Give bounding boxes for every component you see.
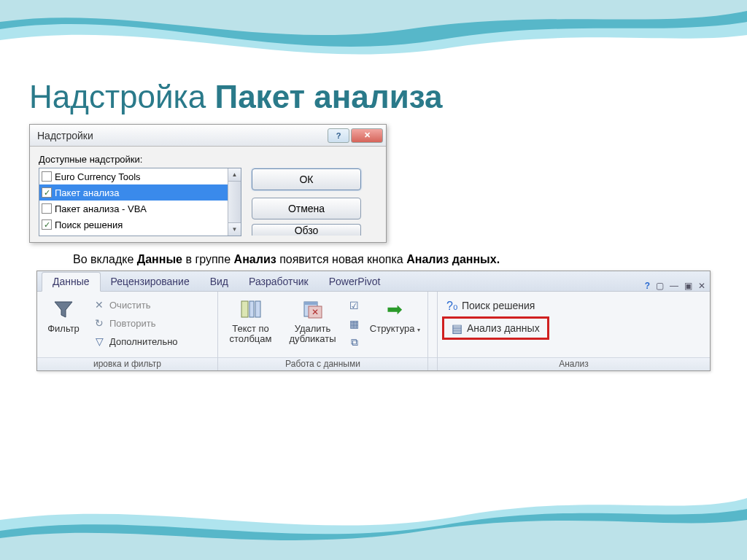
window-minimize-icon[interactable]: — (670, 281, 678, 291)
remove-duplicates-button[interactable]: ✕ Удалить дубликаты (283, 295, 342, 345)
wave-decoration-bottom (0, 458, 747, 560)
addins-dialog: Надстройки ? ✕ Доступные надстройки: Eur… (29, 124, 387, 243)
ribbon-tabs: Данные Рецензирование Вид Разработчик Po… (37, 271, 710, 292)
list-item[interactable]: Пакет анализа - VBA (39, 201, 228, 217)
remove-duplicates-icon: ✕ (300, 296, 326, 322)
scroll-up-icon[interactable]: ▲ (228, 168, 241, 182)
data-validation-icon[interactable]: ☑ (347, 298, 363, 314)
arrow-right-icon: ➡ (382, 296, 408, 322)
ok-button[interactable]: ОК (252, 168, 361, 190)
dialog-title: Надстройки (37, 130, 93, 141)
filter-button[interactable]: Фильтр (42, 295, 85, 334)
close-button[interactable]: ✕ (351, 128, 383, 143)
ribbon: Данные Рецензирование Вид Разработчик Po… (36, 271, 711, 371)
text-to-columns-button[interactable]: Текст по столбцам (222, 295, 279, 345)
clear-icon: ✕ (93, 298, 106, 311)
checkbox-icon[interactable] (42, 203, 52, 214)
list-item[interactable]: Пакет анализа (39, 184, 228, 201)
reapply-icon: ↻ (93, 316, 106, 330)
group-label-data-tools: Работа с данными (218, 357, 427, 370)
checkbox-icon[interactable] (42, 171, 52, 182)
tab-review[interactable]: Рецензирование (101, 273, 200, 291)
advanced-filter-button[interactable]: ▽Дополнительно (90, 332, 206, 350)
slide-title: Надстройка Пакет анализа (29, 79, 718, 115)
window-restore-icon[interactable]: ▣ (684, 281, 692, 291)
svg-rect-1 (249, 301, 254, 317)
scrollbar[interactable]: ▲ ▼ (228, 168, 241, 236)
svg-rect-2 (255, 301, 260, 317)
tab-developer[interactable]: Разработчик (239, 273, 319, 291)
tab-powerpivot[interactable]: PowerPivot (319, 273, 391, 291)
help-button[interactable]: ? (328, 128, 349, 143)
description-text: Во вкладке Данные в группе Анализ появит… (73, 253, 718, 266)
available-addins-label: Доступные надстройки: (39, 154, 241, 165)
group-label-sort-filter: ировка и фильтр (37, 357, 217, 370)
whatif-icon[interactable]: ⧉ (347, 334, 363, 350)
svg-text:✕: ✕ (311, 307, 319, 317)
dialog-titlebar[interactable]: Надстройки ? ✕ (30, 125, 386, 147)
solver-icon: ?₀ (446, 299, 457, 313)
data-analysis-highlight: ▤ Анализ данных (442, 316, 549, 340)
list-item[interactable]: Поиск решения (39, 217, 228, 233)
addins-listbox[interactable]: Euro Currency Tools Пакет анализа Пакет … (39, 168, 241, 236)
list-item[interactable]: Euro Currency Tools (39, 168, 228, 184)
browse-button[interactable]: Обзо (252, 224, 361, 236)
funnel-icon (50, 296, 77, 322)
svg-rect-0 (241, 301, 248, 317)
cancel-button[interactable]: Отмена (252, 198, 361, 219)
data-analysis-icon: ▤ (452, 322, 462, 335)
data-analysis-button[interactable]: ▤ Анализ данных (447, 319, 544, 338)
text-columns-icon (238, 296, 264, 322)
clear-filter-button[interactable]: ✕Очистить (90, 296, 206, 314)
checkbox-icon[interactable] (42, 187, 52, 198)
structure-button[interactable]: ➡ Структура ▾ (367, 295, 423, 334)
svg-rect-4 (304, 302, 317, 305)
consolidate-icon[interactable]: ▦ (347, 316, 363, 332)
group-label-analysis: Анализ (438, 357, 710, 370)
scroll-down-icon[interactable]: ▼ (228, 222, 241, 236)
checkbox-icon[interactable] (42, 219, 52, 230)
tab-data[interactable]: Данные (42, 272, 101, 292)
minimize-ribbon-icon[interactable]: ▢ (656, 281, 664, 291)
advanced-icon: ▽ (93, 335, 106, 348)
tab-view[interactable]: Вид (200, 273, 239, 291)
solver-button[interactable]: ?₀ Поиск решения (442, 296, 539, 315)
ribbon-help-icon[interactable]: ? (645, 281, 650, 291)
reapply-filter-button[interactable]: ↻Повторить (90, 314, 206, 332)
window-close-icon[interactable]: ✕ (698, 281, 705, 291)
